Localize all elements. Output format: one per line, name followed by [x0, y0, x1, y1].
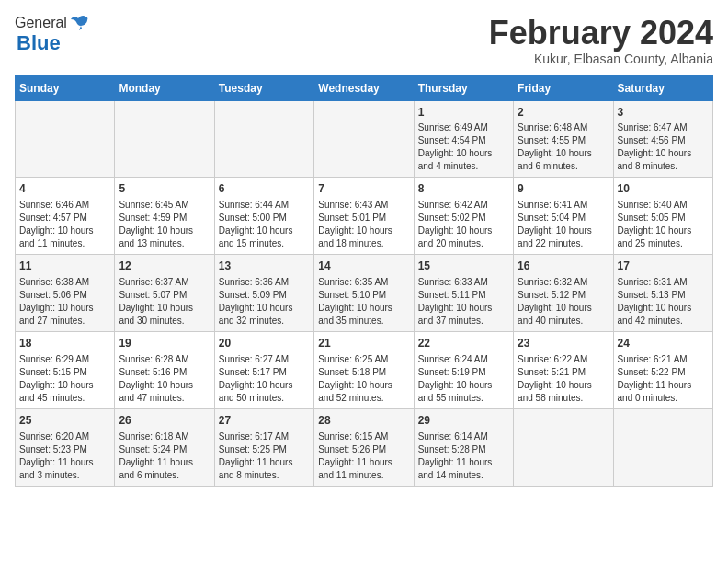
- day-info: Sunrise: 6:35 AM Sunset: 5:10 PM Dayligh…: [318, 277, 392, 326]
- day-info: Sunrise: 6:38 AM Sunset: 5:06 PM Dayligh…: [19, 277, 94, 326]
- header-row: SundayMondayTuesdayWednesdayThursdayFrid…: [16, 75, 713, 100]
- day-info: Sunrise: 6:24 AM Sunset: 5:19 PM Dayligh…: [418, 354, 493, 403]
- week-row-3: 11Sunrise: 6:38 AM Sunset: 5:06 PM Dayli…: [16, 255, 713, 332]
- day-number: 28: [318, 413, 409, 429]
- day-info: Sunrise: 6:44 AM Sunset: 5:00 PM Dayligh…: [219, 200, 293, 248]
- day-info: Sunrise: 6:41 AM Sunset: 5:04 PM Dayligh…: [518, 200, 592, 248]
- day-number: 3: [618, 105, 709, 121]
- calendar-cell: 24Sunrise: 6:21 AM Sunset: 5:22 PM Dayli…: [613, 331, 712, 408]
- column-header-monday: Monday: [115, 75, 214, 100]
- day-number: 22: [418, 336, 509, 351]
- bird-icon: [69, 15, 89, 31]
- day-number: 19: [119, 336, 210, 351]
- calendar-cell: 9Sunrise: 6:41 AM Sunset: 5:04 PM Daylig…: [514, 178, 613, 255]
- day-info: Sunrise: 6:17 AM Sunset: 5:25 PM Dayligh…: [219, 431, 293, 480]
- calendar-cell: 28Sunrise: 6:15 AM Sunset: 5:26 PM Dayli…: [314, 408, 414, 486]
- calendar-cell: 29Sunrise: 6:14 AM Sunset: 5:28 PM Dayli…: [414, 408, 513, 486]
- calendar-cell: 23Sunrise: 6:22 AM Sunset: 5:21 PM Dayli…: [514, 331, 613, 408]
- day-number: 10: [618, 181, 709, 197]
- calendar-cell: 12Sunrise: 6:37 AM Sunset: 5:07 PM Dayli…: [115, 255, 214, 332]
- day-info: Sunrise: 6:48 AM Sunset: 4:55 PM Dayligh…: [518, 122, 592, 171]
- column-header-tuesday: Tuesday: [214, 75, 313, 100]
- day-number: 11: [19, 259, 110, 274]
- logo-blue-text: Blue: [17, 31, 61, 55]
- calendar-cell: 15Sunrise: 6:33 AM Sunset: 5:11 PM Dayli…: [414, 255, 513, 332]
- calendar-cell: 8Sunrise: 6:42 AM Sunset: 5:02 PM Daylig…: [414, 178, 513, 255]
- column-header-saturday: Saturday: [613, 75, 712, 100]
- calendar-cell: 16Sunrise: 6:32 AM Sunset: 5:12 PM Dayli…: [514, 255, 613, 332]
- day-number: 25: [19, 413, 110, 429]
- day-info: Sunrise: 6:40 AM Sunset: 5:05 PM Dayligh…: [618, 200, 692, 248]
- day-number: 23: [518, 336, 609, 351]
- column-header-sunday: Sunday: [16, 75, 115, 100]
- calendar-cell: 10Sunrise: 6:40 AM Sunset: 5:05 PM Dayli…: [613, 178, 712, 255]
- day-info: Sunrise: 6:25 AM Sunset: 5:18 PM Dayligh…: [318, 354, 392, 403]
- day-number: 14: [318, 259, 409, 274]
- day-number: 20: [219, 336, 310, 351]
- day-info: Sunrise: 6:49 AM Sunset: 4:54 PM Dayligh…: [418, 122, 493, 171]
- day-info: Sunrise: 6:37 AM Sunset: 5:07 PM Dayligh…: [119, 277, 193, 326]
- day-info: Sunrise: 6:18 AM Sunset: 5:24 PM Dayligh…: [119, 431, 193, 480]
- column-header-wednesday: Wednesday: [314, 75, 414, 100]
- calendar-table: SundayMondayTuesdayWednesdayThursdayFrid…: [15, 75, 713, 487]
- day-number: 13: [219, 259, 310, 274]
- day-number: 9: [518, 181, 609, 197]
- title-block: February 2024 Kukur, Elbasan County, Alb…: [489, 15, 713, 66]
- day-info: Sunrise: 6:33 AM Sunset: 5:11 PM Dayligh…: [418, 277, 493, 326]
- calendar-cell: [613, 408, 712, 486]
- calendar-cell: 18Sunrise: 6:29 AM Sunset: 5:15 PM Dayli…: [16, 331, 115, 408]
- calendar-cell: 5Sunrise: 6:45 AM Sunset: 4:59 PM Daylig…: [115, 178, 214, 255]
- day-number: 8: [418, 181, 509, 197]
- day-number: 29: [418, 413, 509, 429]
- day-number: 27: [219, 413, 310, 429]
- week-row-1: 1Sunrise: 6:49 AM Sunset: 4:54 PM Daylig…: [16, 100, 713, 178]
- day-info: Sunrise: 6:20 AM Sunset: 5:23 PM Dayligh…: [19, 431, 94, 480]
- week-row-2: 4Sunrise: 6:46 AM Sunset: 4:57 PM Daylig…: [16, 178, 713, 255]
- day-info: Sunrise: 6:42 AM Sunset: 5:02 PM Dayligh…: [418, 200, 493, 248]
- day-info: Sunrise: 6:22 AM Sunset: 5:21 PM Dayligh…: [518, 354, 592, 403]
- day-info: Sunrise: 6:43 AM Sunset: 5:01 PM Dayligh…: [318, 200, 392, 248]
- calendar-cell: 20Sunrise: 6:27 AM Sunset: 5:17 PM Dayli…: [214, 331, 313, 408]
- day-number: 4: [19, 181, 110, 197]
- day-info: Sunrise: 6:47 AM Sunset: 4:56 PM Dayligh…: [618, 122, 692, 171]
- calendar-cell: 26Sunrise: 6:18 AM Sunset: 5:24 PM Dayli…: [115, 408, 214, 486]
- month-title: February 2024: [489, 15, 713, 52]
- calendar-cell: [115, 100, 214, 178]
- calendar-cell: 22Sunrise: 6:24 AM Sunset: 5:19 PM Dayli…: [414, 331, 513, 408]
- calendar-cell: [314, 100, 414, 178]
- day-info: Sunrise: 6:31 AM Sunset: 5:13 PM Dayligh…: [618, 277, 692, 326]
- week-row-4: 18Sunrise: 6:29 AM Sunset: 5:15 PM Dayli…: [16, 331, 713, 408]
- calendar-cell: 1Sunrise: 6:49 AM Sunset: 4:54 PM Daylig…: [414, 100, 513, 178]
- day-info: Sunrise: 6:32 AM Sunset: 5:12 PM Dayligh…: [518, 277, 592, 326]
- day-number: 18: [19, 336, 110, 351]
- calendar-cell: 14Sunrise: 6:35 AM Sunset: 5:10 PM Dayli…: [314, 255, 414, 332]
- day-info: Sunrise: 6:27 AM Sunset: 5:17 PM Dayligh…: [219, 354, 293, 403]
- day-number: 5: [119, 181, 210, 197]
- day-info: Sunrise: 6:29 AM Sunset: 5:15 PM Dayligh…: [19, 354, 94, 403]
- day-info: Sunrise: 6:14 AM Sunset: 5:28 PM Dayligh…: [418, 431, 493, 480]
- calendar-cell: 25Sunrise: 6:20 AM Sunset: 5:23 PM Dayli…: [16, 408, 115, 486]
- day-number: 17: [618, 259, 709, 274]
- calendar-cell: 7Sunrise: 6:43 AM Sunset: 5:01 PM Daylig…: [314, 178, 414, 255]
- day-number: 6: [219, 181, 310, 197]
- calendar-cell: 17Sunrise: 6:31 AM Sunset: 5:13 PM Dayli…: [613, 255, 712, 332]
- page-header: General Blue February 2024 Kukur, Elbasa…: [15, 15, 713, 66]
- week-row-5: 25Sunrise: 6:20 AM Sunset: 5:23 PM Dayli…: [16, 408, 713, 486]
- day-number: 2: [518, 105, 609, 121]
- calendar-cell: 27Sunrise: 6:17 AM Sunset: 5:25 PM Dayli…: [214, 408, 313, 486]
- day-info: Sunrise: 6:45 AM Sunset: 4:59 PM Dayligh…: [119, 200, 193, 248]
- day-number: 16: [518, 259, 609, 274]
- calendar-cell: [16, 100, 115, 178]
- day-info: Sunrise: 6:21 AM Sunset: 5:22 PM Dayligh…: [618, 354, 692, 403]
- day-number: 24: [618, 336, 709, 351]
- day-number: 1: [418, 105, 509, 121]
- day-number: 15: [418, 259, 509, 274]
- calendar-cell: 11Sunrise: 6:38 AM Sunset: 5:06 PM Dayli…: [16, 255, 115, 332]
- day-number: 12: [119, 259, 210, 274]
- day-number: 26: [119, 413, 210, 429]
- calendar-cell: 2Sunrise: 6:48 AM Sunset: 4:55 PM Daylig…: [514, 100, 613, 178]
- logo: General Blue: [15, 15, 89, 55]
- column-header-thursday: Thursday: [414, 75, 513, 100]
- calendar-cell: [214, 100, 313, 178]
- calendar-cell: 3Sunrise: 6:47 AM Sunset: 4:56 PM Daylig…: [613, 100, 712, 178]
